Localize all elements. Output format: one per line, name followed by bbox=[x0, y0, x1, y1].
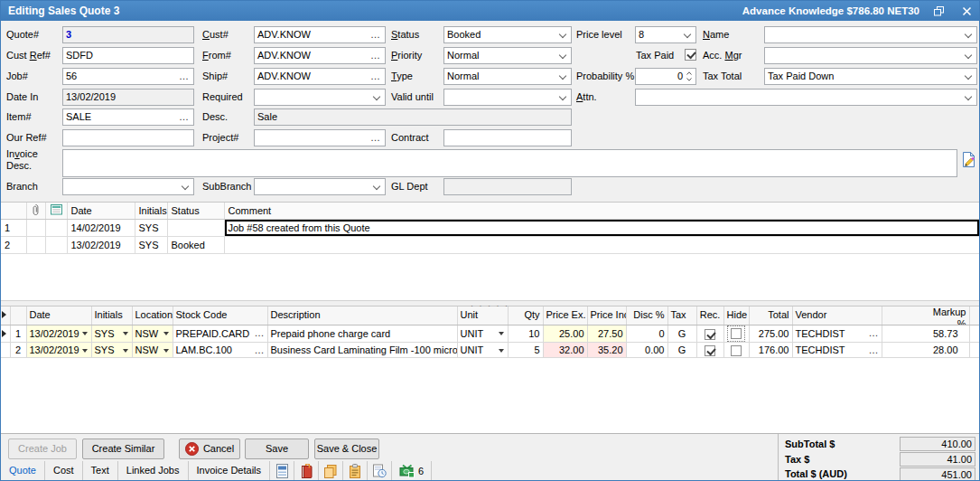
ellipsis-button[interactable]: … bbox=[370, 130, 381, 145]
tax-total-select[interactable]: Tax Paid Down bbox=[764, 68, 977, 85]
cust-number-field[interactable]: ADV.KNOW… bbox=[254, 26, 386, 43]
comment-status-cell[interactable]: Booked bbox=[167, 236, 224, 253]
rec-checkbox[interactable] bbox=[705, 345, 715, 356]
attachment-cell[interactable] bbox=[26, 219, 45, 236]
dropdown-arrow-icon[interactable] bbox=[499, 332, 504, 335]
edit-note-icon[interactable] bbox=[960, 151, 977, 172]
item-qty-cell[interactable]: 10 bbox=[508, 325, 543, 343]
item-price-ex-cell[interactable]: 25.00 bbox=[543, 325, 587, 343]
ellipsis-button[interactable]: … bbox=[179, 69, 190, 83]
attn-select[interactable] bbox=[635, 89, 977, 106]
item-location-cell[interactable]: NSW bbox=[132, 343, 173, 358]
item-description-cell[interactable]: Business Card Laminating Film -100 micro… bbox=[267, 343, 457, 358]
create-similar-button[interactable]: Create Similar bbox=[82, 439, 164, 459]
dropdown-arrow-icon[interactable] bbox=[559, 52, 566, 59]
desc-field[interactable]: Sale bbox=[254, 108, 572, 126]
spinner-arrows-icon[interactable] bbox=[686, 71, 693, 85]
item-description-cell[interactable]: Prepaid phone charge card bbox=[267, 325, 457, 343]
ellipsis-button[interactable]: … bbox=[869, 343, 879, 357]
rewards-icon[interactable]: 6 bbox=[392, 461, 432, 481]
required-select[interactable] bbox=[254, 89, 386, 106]
item-unit-cell[interactable]: UNIT bbox=[457, 325, 508, 343]
acc-mgr-select[interactable] bbox=[764, 47, 977, 64]
item-hide-cell[interactable] bbox=[723, 325, 749, 343]
item-disc-cell[interactable]: 0.00 bbox=[626, 343, 667, 358]
cancel-button[interactable]: Cancel bbox=[179, 439, 240, 459]
tab-cost[interactable]: Cost bbox=[45, 461, 83, 481]
name-select[interactable] bbox=[764, 26, 977, 43]
item-qty-cell[interactable]: 5 bbox=[508, 343, 543, 358]
dropdown-arrow-icon[interactable] bbox=[82, 349, 88, 353]
item-hide-cell[interactable] bbox=[723, 343, 749, 358]
splitter-handle[interactable]: · · · · · bbox=[1, 300, 979, 307]
ellipsis-button[interactable]: … bbox=[370, 48, 381, 62]
item-location-cell[interactable]: NSW bbox=[132, 325, 173, 343]
date-in-field[interactable]: 13/02/2019 bbox=[62, 89, 194, 106]
dropdown-arrow-icon[interactable] bbox=[965, 93, 972, 100]
dropdown-arrow-icon[interactable] bbox=[559, 72, 566, 80]
dropdown-arrow-icon[interactable] bbox=[182, 183, 189, 190]
comment-date-cell[interactable]: 13/02/2019 bbox=[67, 236, 135, 253]
dropdown-arrow-icon[interactable] bbox=[123, 332, 128, 335]
type-select[interactable]: Normal bbox=[443, 68, 572, 85]
status-select[interactable]: Booked bbox=[443, 26, 572, 43]
invoice-desc-field[interactable] bbox=[62, 149, 957, 177]
dropdown-arrow-icon[interactable] bbox=[123, 349, 128, 353]
restore-window-icon[interactable] bbox=[932, 4, 947, 18]
save-close-button[interactable]: Save & Close bbox=[314, 439, 379, 459]
contacts-book-icon[interactable] bbox=[294, 461, 319, 481]
our-ref-field[interactable] bbox=[62, 129, 194, 146]
probability-spinner[interactable]: 0 bbox=[635, 68, 696, 85]
copy-icon[interactable] bbox=[319, 461, 343, 481]
item-price-inc-cell[interactable]: 35.20 bbox=[587, 343, 626, 358]
title-bar[interactable]: Editing Sales Quote 3 Advance Knowledge … bbox=[1, 1, 979, 21]
item-initials-cell[interactable]: SYS bbox=[91, 343, 132, 358]
ellipsis-button[interactable]: … bbox=[255, 325, 265, 340]
price-level-select[interactable]: 8 bbox=[635, 26, 696, 43]
gl-dept-field[interactable] bbox=[443, 178, 572, 195]
item-disc-cell[interactable]: 0 bbox=[626, 325, 667, 343]
ship-number-field[interactable]: ADV.KNOW… bbox=[254, 68, 386, 85]
ellipsis-button[interactable]: … bbox=[179, 109, 190, 124]
save-button[interactable]: Save bbox=[245, 439, 309, 459]
quote-number-field[interactable]: 3 bbox=[62, 26, 194, 43]
note-cell[interactable] bbox=[45, 219, 67, 236]
valid-until-select[interactable] bbox=[443, 89, 572, 106]
comment-status-cell[interactable] bbox=[167, 219, 224, 236]
comment-text-cell[interactable]: Job #58 created from this Quote bbox=[224, 219, 979, 236]
item-number-field[interactable]: SALE… bbox=[62, 108, 194, 126]
report-icon[interactable] bbox=[270, 461, 294, 481]
item-price-inc-cell[interactable]: 27.50 bbox=[587, 325, 626, 343]
ellipsis-button[interactable]: … bbox=[869, 325, 879, 340]
note-cell[interactable] bbox=[45, 236, 67, 253]
item-rec-cell[interactable] bbox=[696, 343, 723, 358]
item-stock-code-cell[interactable]: PREPAID.CARD… bbox=[173, 325, 267, 343]
comment-text-cell[interactable] bbox=[224, 236, 979, 253]
item-date-cell[interactable]: 13/02/2019 bbox=[26, 325, 91, 343]
ellipsis-button[interactable]: … bbox=[255, 343, 265, 357]
dropdown-arrow-icon[interactable] bbox=[965, 31, 972, 38]
dropdown-arrow-icon[interactable] bbox=[499, 349, 504, 353]
item-stock-code-cell[interactable]: LAM.BC.100… bbox=[173, 343, 267, 358]
history-icon[interactable] bbox=[368, 461, 392, 481]
dropdown-arrow-icon[interactable] bbox=[559, 93, 566, 100]
item-rec-cell[interactable] bbox=[696, 325, 723, 343]
comment-date-cell[interactable]: 14/02/2019 bbox=[67, 219, 135, 236]
item-unit-cell[interactable]: UNIT bbox=[457, 343, 508, 358]
item-vendor-cell[interactable]: TECHDIST… bbox=[792, 325, 882, 343]
item-date-cell[interactable]: 13/02/2019 bbox=[26, 343, 91, 358]
item-tax-cell[interactable]: G bbox=[667, 325, 696, 343]
comment-initials-cell[interactable]: SYS bbox=[135, 219, 167, 236]
cust-ref-field[interactable]: SDFD bbox=[62, 47, 194, 64]
hide-checkbox[interactable] bbox=[731, 345, 742, 356]
contract-field[interactable] bbox=[443, 129, 572, 146]
priority-select[interactable]: Normal bbox=[443, 47, 572, 64]
item-price-ex-cell[interactable]: 32.00 bbox=[543, 343, 587, 358]
from-number-field[interactable]: ADV.KNOW… bbox=[254, 47, 386, 64]
dropdown-arrow-icon[interactable] bbox=[82, 332, 88, 335]
item-initials-cell[interactable]: SYS bbox=[91, 325, 132, 343]
dropdown-arrow-icon[interactable] bbox=[965, 52, 972, 59]
project-number-field[interactable]: … bbox=[254, 129, 386, 146]
dropdown-arrow-icon[interactable] bbox=[163, 332, 169, 335]
dropdown-arrow-icon[interactable] bbox=[965, 72, 972, 80]
